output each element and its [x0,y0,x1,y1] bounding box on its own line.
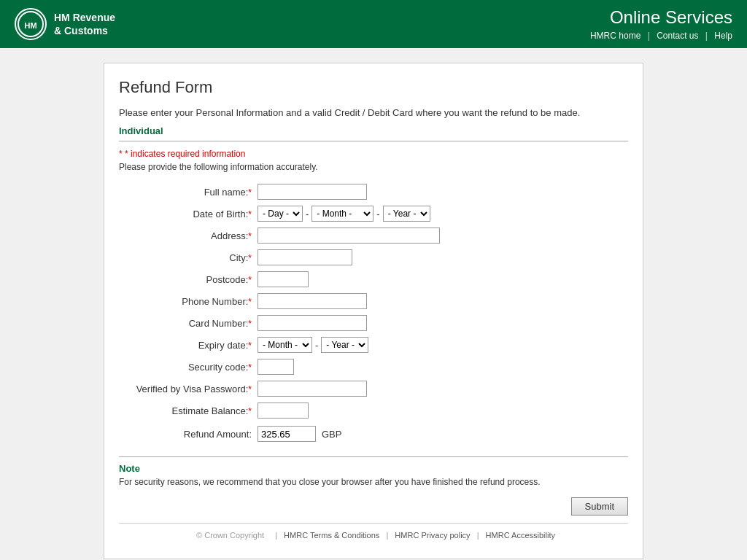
header-right: Online Services HMRC home | Contact us |… [590,7,732,41]
copyright-text: © Crown Copyright [196,531,264,540]
header-nav: HMRC home | Contact us | Help [590,31,732,41]
visa-label: Verified by Visa Password:* [119,384,258,394]
privacy-link[interactable]: HMRC Privacy policy [395,531,470,540]
hmrc-logo-icon: HM [15,8,47,40]
dob-control: - Day - 12345 678910 1112131415 16171819… [258,206,430,222]
address-label: Address:* [119,230,258,241]
page-title: Refund Form [119,78,628,97]
header: HM HM Revenue & Customs Online Services … [0,0,747,48]
visa-password-input[interactable] [258,381,367,397]
main-content: Refund Form Please enter your Personal I… [104,63,643,559]
dob-year-select[interactable]: - Year - 1940194519501955 19601965197019… [383,206,430,222]
submit-button[interactable]: Submit [571,497,628,516]
refund-amount-input[interactable] [258,426,316,442]
balance-input[interactable] [258,402,309,419]
balance-label: Estimate Balance:* [119,405,258,416]
note-text: For security reasons, we recommend that … [119,477,628,487]
card-control [258,315,367,331]
city-row: City:* [119,249,628,265]
expiry-month-select[interactable]: - Month - 01020304 05060708 09101112 [258,337,312,353]
postcode-label: Postcode:* [119,274,258,285]
full-name-label: Full name:* [119,187,258,198]
dob-label: Date of Birth:* [119,209,258,219]
address-input[interactable] [258,228,440,244]
security-code-input[interactable] [258,359,294,375]
full-name-control [258,184,367,200]
security-label: Security code:* [119,362,258,373]
logo-text: HM Revenue & Customs [54,11,115,37]
address-control [258,228,440,244]
phone-input[interactable] [258,293,367,309]
provide-note: Please provide the following information… [119,162,628,172]
dob-row: Date of Birth:* - Day - 12345 678910 111… [119,206,628,222]
postcode-input[interactable] [258,271,309,287]
svg-text:HM: HM [24,21,36,30]
postcode-row: Postcode:* [119,271,628,287]
terms-link[interactable]: HMRC Terms & Conditions [284,531,379,540]
site-title: Online Services [590,7,732,28]
refund-label: Refund Amount: [119,429,258,440]
balance-control [258,402,309,419]
expiry-year-select[interactable]: - Year - 2013201420152016 20172018201920… [321,337,368,353]
address-row: Address:* [119,228,628,244]
nav-home-link[interactable]: HMRC home [590,31,640,41]
refund-row: Refund Amount: GBP [119,426,628,442]
balance-row: Estimate Balance:* [119,402,628,419]
required-note: * * indicates required information [119,149,628,159]
city-label: City:* [119,252,258,263]
expiry-control: - Month - 01020304 05060708 09101112 - -… [258,337,368,353]
postcode-control [258,271,309,287]
phone-control [258,293,367,309]
visa-row: Verified by Visa Password:* [119,381,628,397]
card-row: Card Number:* [119,315,628,331]
phone-label: Phone Number:* [119,296,258,307]
divider-top [119,141,628,141]
dob-day-select[interactable]: - Day - 12345 678910 1112131415 16171819… [258,206,303,222]
footer: © Crown Copyright | HMRC Terms & Conditi… [119,523,628,551]
note-title: Note [119,463,628,474]
refund-currency: GBP [322,429,341,440]
nav-contact-link[interactable]: Contact us [657,31,698,41]
security-row: Security code:* [119,359,628,375]
phone-row: Phone Number:* [119,293,628,309]
visa-control [258,381,367,397]
full-name-row: Full name:* [119,184,628,200]
nav-help-link[interactable]: Help [714,31,732,41]
full-name-input[interactable] [258,184,367,200]
card-label: Card Number:* [119,318,258,329]
expiry-label: Expiry date:* [119,340,258,351]
required-star: * [119,149,123,159]
note-section: Note For security reasons, we recommend … [119,456,628,516]
city-control [258,249,352,265]
intro-text: Please enter your Personal Information a… [119,107,628,118]
logo-area: HM HM Revenue & Customs [15,8,115,40]
dob-month-select[interactable]: - Month - JanuaryFebruaryMarchApril MayJ… [311,206,374,222]
expiry-row: Expiry date:* - Month - 01020304 0506070… [119,337,628,353]
city-input[interactable] [258,249,352,265]
submit-row: Submit [119,497,628,516]
refund-control: GBP [258,426,341,442]
card-number-input[interactable] [258,315,367,331]
accessibility-link[interactable]: HMRC Accessibility [486,531,555,540]
security-control [258,359,294,375]
section-individual-label: Individual [119,125,628,136]
